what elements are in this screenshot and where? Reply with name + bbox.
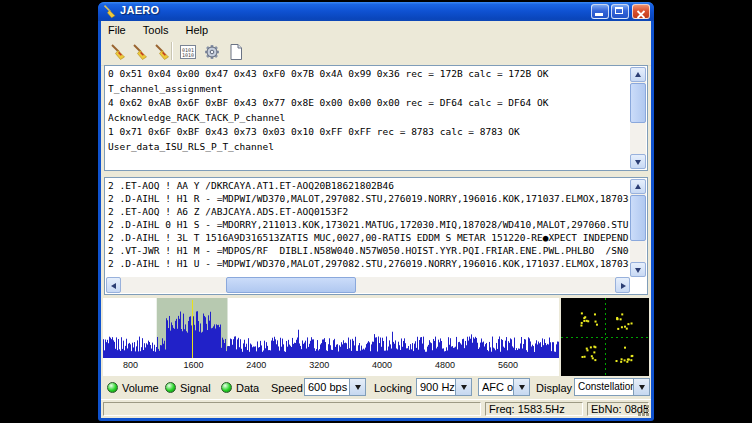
broom-icon [109,43,127,61]
broom-icon [131,43,149,61]
axis-tick-label: 2400 [246,360,266,370]
axis-tick-label: 1600 [183,360,203,370]
scroll-down-button[interactable] [630,154,646,169]
arrow-down-icon [519,385,525,390]
dropdown-arrow-icon[interactable] [633,379,649,395]
close-button[interactable] [632,4,650,19]
arrow-up-icon [635,184,641,189]
afc-value: AFC on [482,381,513,393]
message-log[interactable]: 2 .ET-AOQ ! AA Y /DKRCAYA.AT1.ET-AOQ20B1… [104,177,648,295]
settings-button[interactable] [201,41,223,63]
spectrum-panel[interactable]: 800160024003200400048005600 [103,298,559,376]
scroll-down-button[interactable] [630,262,646,277]
log-line: T_channel_assignment [108,82,629,97]
menu-help[interactable]: Help [179,21,216,38]
display-value: Constellation [578,381,633,392]
log-line: 2 .D-AIHL ! H1 R - =MDPWI/WD370,MALOT,29… [108,192,629,205]
clear-message-window-button[interactable] [129,41,151,63]
statusbar: Freq: 1583.5Hz EbNo: 08dB [101,399,651,418]
afc-combobox[interactable]: AFC on [478,378,530,396]
svg-text:1010: 1010 [182,52,194,58]
close-icon [636,10,646,19]
arrow-up-icon [635,72,641,77]
speed-combobox[interactable]: 600 bps [304,378,366,396]
app-icon [102,4,117,19]
log-line: 4 0x62 0xAB 0x6F 0xBF 0x43 0x77 0x8E 0x0… [108,96,629,111]
scroll-up-button[interactable] [630,67,646,82]
toolbar-separator [171,42,173,60]
arrow-down-icon [639,385,645,390]
speed-label: Speed [271,381,303,395]
log-line: 0 0x51 0x04 0x00 0x47 0x43 0xF0 0x7B 0x4… [108,67,629,82]
log-line: 2 .D-AIHL 0 H1 S - =MDORRY,211013.KOK,17… [108,218,629,231]
screen: JAERO File Tools Help [0,0,752,423]
scroll-right-button[interactable] [615,277,630,293]
message-log-lines: 2 .ET-AOQ ! AA Y /DKRCAYA.AT1.ET-AOQ20B1… [108,179,629,276]
display-label: Display [536,381,572,395]
axis-tick-label: 5600 [498,360,518,370]
broom-icon [153,43,171,61]
log-line: 2 .D-AIHL ! 3L T 1516A9D316513ZATIS MUC,… [108,231,629,244]
log-line: 2 .ET-AOQ ! AA Y /DKRCAYA.AT1.ET-AOQ20B1… [108,179,629,192]
scroll-thumb[interactable] [630,195,646,241]
binary-data-icon: 01011010 [179,43,197,61]
volume-led [107,382,118,393]
arrow-down-icon [635,268,641,273]
spectrum-axis: 800160024003200400048005600 [103,359,559,374]
spectrum-canvas[interactable] [103,298,559,358]
maximize-button[interactable] [611,4,629,19]
document-icon [227,43,245,61]
signal-led [165,382,176,393]
menu-tools[interactable]: Tools [136,21,176,38]
window-title: JAERO [120,4,159,16]
constellation-panel [561,298,649,376]
log-line: 2 .VT-JWR ! H1 M - =MDPOS/RF DIBLI.N58W0… [108,244,629,257]
window-body: File Tools Help 01011010 [101,21,651,418]
arrow-down-icon [461,385,467,390]
arrow-down-icon [635,160,641,165]
display-combobox[interactable]: Constellation [574,378,650,396]
log-line: 1 0x71 0x6F 0xBF 0x43 0x73 0x03 0x10 0xF… [108,125,629,140]
dropdown-arrow-icon[interactable] [513,379,529,395]
log-line: 2 .ET-AOQ ! A6 Z /ABJCAYA.ADS.ET-AOQ0153… [108,205,629,218]
scroll-left-button[interactable] [106,277,121,293]
menu-file[interactable]: File [101,21,133,38]
minimize-button[interactable] [591,4,609,19]
decoder-log-lines: 0 0x51 0x04 0x00 0x47 0x43 0xF0 0x7B 0x4… [108,67,629,168]
signal-led-label: Signal [180,381,211,395]
logging-button[interactable] [225,41,247,63]
dropdown-arrow-icon[interactable] [455,379,471,395]
scroll-thumb[interactable] [226,277,356,293]
locking-combobox[interactable]: 900 Hz [416,378,472,396]
locking-label: Locking [374,381,412,395]
decoder-log[interactable]: 0 0x51 0x04 0x00 0x47 0x43 0xF0 0x7B 0x4… [104,65,648,171]
arrow-down-icon [355,385,361,390]
axis-tick-label: 4800 [435,360,455,370]
clear-decoder-window-button[interactable] [107,41,129,63]
message-log-hscrollbar[interactable] [106,277,630,293]
dropdown-arrow-icon[interactable] [349,379,365,395]
data-led [221,382,232,393]
log-line: 2 .D-AIHL ! H1 U - =MDPWI/WD370,MALOT,29… [108,257,629,270]
status-panel-main [103,402,481,416]
toolbar: 01011010 [101,38,651,66]
volume-led-label: Volume [122,381,159,395]
app-window: JAERO File Tools Help [98,2,654,421]
scroll-thumb[interactable] [630,83,646,123]
speed-value: 600 bps [308,381,349,393]
raw-data-view-button[interactable]: 01011010 [177,41,199,63]
controls-bar: Volume Signal Data Speed 600 bps Locking… [101,378,651,397]
decoder-log-scrollbar[interactable] [630,67,646,169]
minimize-icon [595,13,603,16]
axis-tick-label: 3200 [309,360,329,370]
clear-all-button[interactable] [151,41,173,63]
titlebar[interactable]: JAERO [98,2,654,21]
log-line: Acknowledge_RACK_TACK_P_channel [108,111,629,126]
axis-tick-label: 800 [123,360,138,370]
maximize-icon [615,7,623,14]
message-log-scrollbar[interactable] [630,179,646,277]
scroll-up-button[interactable] [630,179,646,194]
data-led-label: Data [236,381,259,395]
resize-grip[interactable] [637,404,650,417]
locking-value: 900 Hz [420,381,455,393]
